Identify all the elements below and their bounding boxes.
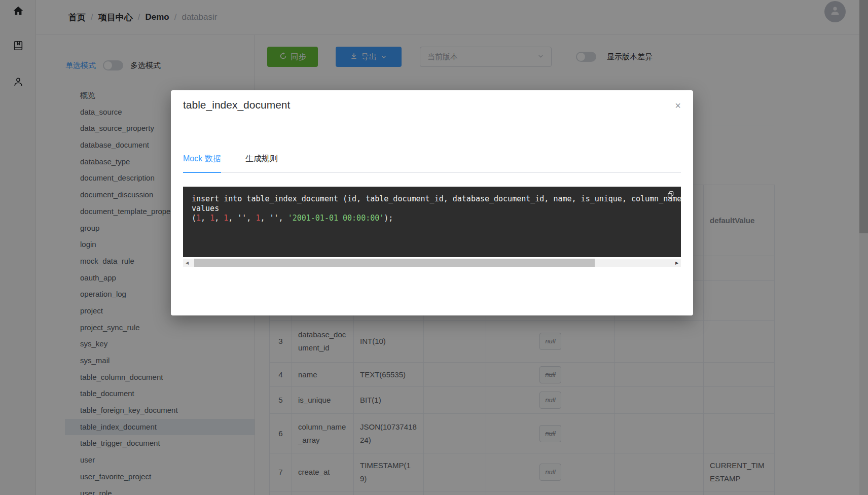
sql-token: 1	[224, 214, 228, 223]
scroll-left-icon[interactable]: ◀	[183, 259, 191, 267]
sql-token: );	[384, 214, 393, 223]
code-scrollbar-thumb[interactable]	[194, 259, 595, 267]
dialog-tab[interactable]: 生成规则	[245, 148, 278, 172]
sql-token: '2001-01-01 00:00:00'	[288, 214, 384, 223]
sql-token: , '',	[260, 214, 287, 223]
sql-code-block: insert into table_index_document (id, ta…	[183, 187, 681, 257]
sql-code: insert into table_index_document (id, ta…	[183, 187, 681, 223]
sql-token: (	[192, 214, 196, 223]
app-window: 首页 / 项目中心 / Demo / databasir 单选模式 多选模式 概…	[0, 0, 868, 495]
sql-line-1: insert into table_index_document (id, ta…	[192, 194, 681, 203]
sql-token: ,	[214, 214, 224, 223]
sql-line-3: (1, 1, 1, '', 1, '', '2001-01-01 00:00:0…	[192, 214, 393, 223]
sql-token: ,	[201, 214, 210, 223]
sql-token: , '',	[228, 214, 256, 223]
dialog-title: table_index_document	[183, 99, 290, 111]
sql-token: 1	[210, 214, 214, 223]
dialog-tab[interactable]: Mock 数据	[183, 148, 221, 173]
sql-token: 1	[196, 214, 201, 223]
sql-line-2: values	[192, 204, 219, 213]
copy-icon[interactable]	[667, 191, 675, 201]
code-horizontal-scrollbar[interactable]: ◀ ▶	[183, 259, 681, 267]
dialog-tabs: Mock 数据 生成规则	[183, 148, 681, 173]
scroll-right-icon[interactable]: ▶	[673, 259, 681, 267]
close-icon[interactable]: ×	[675, 100, 681, 111]
mock-data-dialog: table_index_document × Mock 数据 生成规则 inse…	[171, 90, 693, 315]
